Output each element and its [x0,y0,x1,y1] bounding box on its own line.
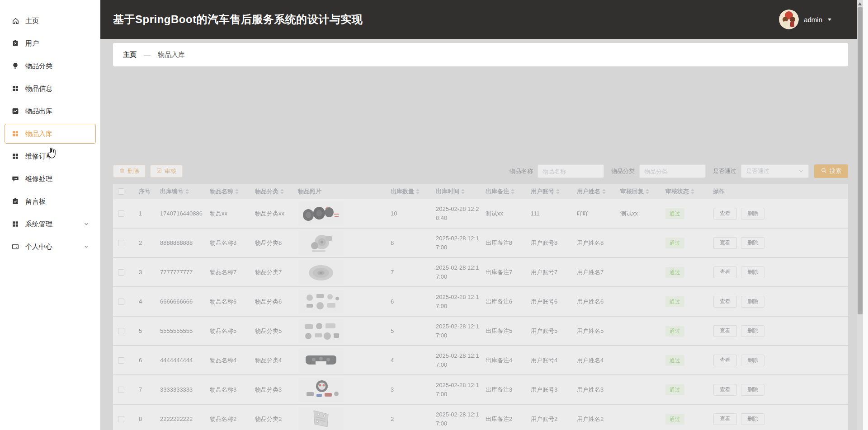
pass-filter-select[interactable]: 是否通过 [741,164,809,178]
cell-item-name: 物品名称8 [208,238,253,248]
column-header-category[interactable]: 物品分类 [253,187,296,196]
row-checkbox[interactable] [118,328,124,334]
view-button[interactable]: 查看 [713,296,737,308]
cell-item-name: 物品名称4 [208,356,253,365]
row-checkbox[interactable] [118,269,124,276]
item-photo[interactable] [298,231,344,255]
sort-carets-icon[interactable] [461,189,465,194]
row-checkbox[interactable] [118,299,124,305]
cell-item-category: 物品分类xx [253,209,296,218]
view-button[interactable]: 查看 [713,237,737,249]
delete-row-button[interactable]: 删除 [741,384,764,396]
item-photo[interactable] [298,348,344,373]
column-header-time[interactable]: 出库时间 [434,187,484,196]
sort-carets-icon[interactable] [511,189,514,194]
sidebar-item-item-info[interactable]: 物品信息 [5,79,96,98]
sort-carets-icon[interactable] [602,189,606,194]
sort-carets-icon[interactable] [646,189,649,194]
column-header-account[interactable]: 用户账号 [529,187,575,196]
sidebar-item-home[interactable]: 主页 [5,11,96,31]
sort-carets-icon[interactable] [185,189,189,194]
row-checkbox[interactable] [118,240,124,246]
audit-button[interactable]: 审核 [150,165,183,178]
column-header-reply[interactable]: 审核回复 [618,187,664,196]
item-name-filter-input[interactable] [538,164,604,178]
cell-outbound-code: 1740716440886 [158,209,208,218]
sidebar-item-label: 物品出库 [25,107,52,116]
view-button[interactable]: 查看 [713,355,737,366]
scrollbar-thumb[interactable] [858,7,863,314]
item-photo[interactable] [298,260,344,285]
delete-row-button[interactable]: 删除 [741,208,764,220]
scrollbar[interactable] [857,0,863,430]
view-button[interactable]: 查看 [713,384,737,396]
sidebar: 主页用户物品分类物品信息物品出库物品入库维修订单维修处理留言板系统管理个人中心 [0,0,100,430]
item-photo[interactable] [298,201,344,226]
sort-carets-icon[interactable] [556,189,560,194]
column-header-qty[interactable]: 出库数量 [389,187,434,196]
cell-audit-status: 通过 [664,414,711,425]
inbound-table: 序号出库编号物品名称物品分类物品照片出库数量出库时间出库备注用户账号用户姓名审核… [113,184,848,430]
view-button[interactable]: 查看 [713,208,737,220]
breadcrumb-root[interactable]: 主页 [123,51,137,59]
row-checkbox[interactable] [118,210,124,217]
delete-row-button[interactable]: 删除 [741,266,764,278]
cell-user-name: 用户姓名3 [575,385,618,394]
scrollbar-up-arrow[interactable] [858,2,862,5]
sidebar-item-repair-orders[interactable]: 维修订单 [5,146,96,166]
cell-audit-status: 通过 [664,208,711,219]
avatar[interactable] [779,9,799,29]
delete-button[interactable]: 删除 [113,165,146,178]
breadcrumb: 主页 — 物品入库 [113,43,848,66]
delete-row-button[interactable]: 删除 [741,355,764,366]
search-button[interactable]: 搜索 [814,164,848,178]
sidebar-item-users[interactable]: 用户 [5,33,96,53]
sort-carets-icon[interactable] [691,189,694,194]
sort-carets-icon[interactable] [416,189,420,194]
column-header-username[interactable]: 用户姓名 [575,187,618,196]
column-header-remark[interactable]: 出库备注 [484,187,529,196]
view-button[interactable]: 查看 [713,413,737,425]
cell-outbound-code: 7777777777 [158,268,208,277]
column-header-name[interactable]: 物品名称 [208,187,253,196]
item-photo[interactable] [298,407,344,430]
sidebar-item-personal-center[interactable]: 个人中心 [5,237,96,257]
user-menu[interactable]: admin [779,9,832,29]
row-checkbox[interactable] [118,387,124,393]
cell-actions: 查看删除 [711,208,848,220]
status-badge: 通过 [665,414,684,425]
delete-row-button[interactable]: 删除 [741,413,764,425]
delete-row-button[interactable]: 删除 [741,296,764,308]
item-photo[interactable] [298,319,344,343]
cell-outbound-code: 5555555555 [158,327,208,336]
sidebar-item-item-inbound[interactable]: 物品入库 [5,124,96,144]
sidebar-item-label: 主页 [25,17,39,25]
cell-item-category: 物品分类6 [253,297,296,306]
sidebar-item-system-management[interactable]: 系统管理 [5,214,96,234]
sidebar-item-item-category[interactable]: 物品分类 [5,56,96,76]
sidebar-item-label: 用户 [25,39,39,48]
item-category-filter-input[interactable] [639,164,706,178]
chevron-down-icon [798,168,804,174]
row-checkbox[interactable] [118,416,124,422]
sidebar-item-item-outbound[interactable]: 物品出库 [5,101,96,121]
cell-seq: 5 [133,327,158,336]
column-header-code[interactable]: 出库编号 [158,187,208,196]
select-all-checkbox[interactable] [118,188,124,195]
view-button[interactable]: 查看 [713,325,737,337]
view-button[interactable]: 查看 [713,266,737,278]
cell-actions: 查看删除 [711,325,848,337]
item-photo[interactable] [298,378,344,402]
delete-row-button[interactable]: 删除 [741,237,764,249]
sidebar-item-repair-handling[interactable]: 维修处理 [5,169,96,189]
cell-item-category: 物品分类5 [253,327,296,336]
item-photo[interactable] [298,290,344,314]
sort-carets-icon[interactable] [280,189,284,194]
cell-seq: 8 [133,415,158,424]
column-header-status[interactable]: 审核状态 [664,187,711,196]
delete-row-button[interactable]: 删除 [741,325,764,337]
sort-carets-icon[interactable] [235,189,239,194]
sidebar-item-label: 系统管理 [25,220,52,229]
row-checkbox[interactable] [118,357,124,364]
sidebar-item-message-board[interactable]: 留言板 [5,192,96,211]
